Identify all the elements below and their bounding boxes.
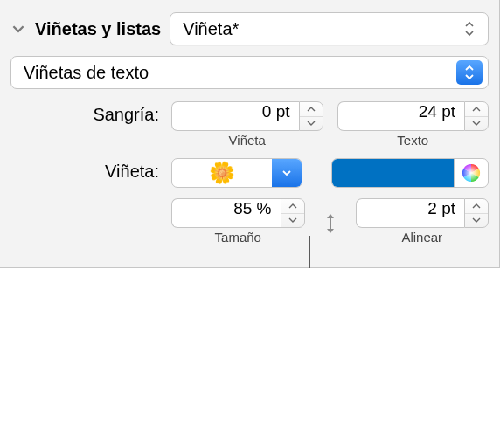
size-sublabel: Tamaño [215, 230, 261, 245]
stepper-buttons[interactable] [464, 101, 489, 131]
step-up-icon [465, 199, 488, 214]
size-align-row: . 85 % Tamaño [10, 198, 489, 245]
bullet-indent-value[interactable]: 0 pt [171, 101, 299, 131]
color-wheel-icon[interactable] [455, 163, 488, 183]
bullet-indent-sublabel: Viñeta [229, 133, 266, 148]
bullets-lists-panel: Viñetas y listas Viñeta* Viñetas de text… [0, 0, 500, 268]
size-stepper[interactable]: 85 % [171, 198, 305, 228]
stepper-buttons[interactable] [299, 101, 323, 131]
text-indent-stepper[interactable]: 24 pt [337, 101, 490, 131]
updown-chevrons-icon [460, 17, 479, 40]
bullet-row: Viñeta: 🌼 [10, 158, 489, 188]
list-type-popup[interactable]: Viñetas de texto [10, 56, 489, 89]
size-value[interactable]: 85 % [171, 198, 281, 228]
step-down-icon [300, 117, 323, 131]
list-style-popup[interactable]: Viñeta* [170, 12, 489, 45]
indent-row: Sangría: 0 pt Viñeta 24 pt [10, 101, 489, 148]
text-indent-sublabel: Texto [397, 133, 428, 148]
step-up-icon [300, 102, 323, 117]
bullet-color-well[interactable] [331, 158, 489, 188]
list-style-value: Viñeta* [183, 19, 239, 39]
indent-label: Sangría: [72, 101, 159, 125]
align-sublabel: Alinear [401, 230, 442, 245]
svg-rect-1 [330, 218, 331, 229]
align-stepper[interactable]: 2 pt [356, 198, 490, 228]
list-type-value: Viñetas de texto [24, 63, 149, 83]
bullet-character-picker[interactable]: 🌼 [171, 158, 302, 188]
step-down-icon [465, 117, 488, 131]
step-down-icon [465, 214, 488, 228]
svg-point-0 [462, 164, 480, 182]
align-value[interactable]: 2 pt [356, 198, 465, 228]
stepper-buttons[interactable] [281, 198, 305, 228]
stepper-buttons[interactable] [464, 198, 489, 228]
step-down-icon [281, 214, 304, 228]
section-title: Viñetas y listas [35, 19, 161, 39]
disclosure-triangle-icon[interactable] [10, 21, 26, 37]
bullet-label: Viñeta: [72, 158, 159, 182]
bullet-glyph: 🌼 [172, 161, 272, 185]
popup-arrows-icon [456, 60, 483, 85]
step-up-icon [465, 102, 488, 117]
color-swatch[interactable] [332, 159, 455, 187]
section-header: Viñetas y listas Viñeta* [10, 12, 489, 45]
bullet-dropdown-icon[interactable] [272, 159, 302, 187]
text-indent-value[interactable]: 24 pt [337, 101, 465, 131]
align-vertical-icon [319, 198, 342, 245]
bullet-indent-stepper[interactable]: 0 pt [171, 101, 323, 131]
step-up-icon [281, 199, 304, 214]
callout-leader-line [309, 236, 310, 268]
